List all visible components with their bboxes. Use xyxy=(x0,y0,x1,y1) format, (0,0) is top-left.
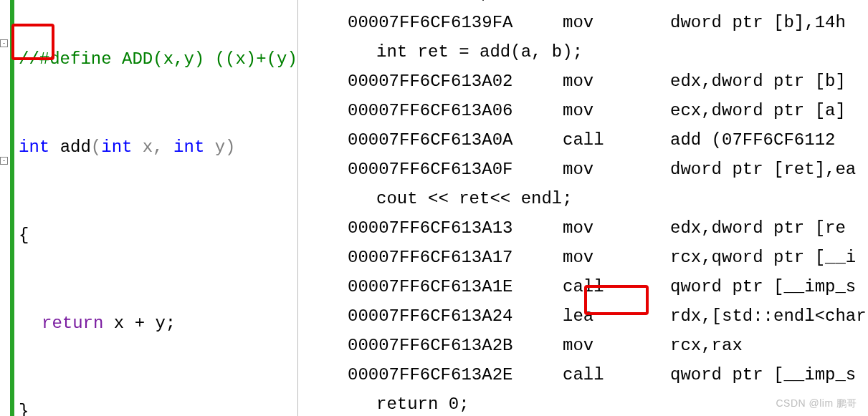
asm-address: 00007FF6CF613A2B xyxy=(348,331,563,360)
asm-operands: add (07FF6CF6112 xyxy=(670,125,835,155)
asm-row: 00007FF6CF613A2Bmovrcx,rax xyxy=(348,331,868,360)
source-editor[interactable]: //#define ADD(x,y) ((x)+(y)) int add(int… xyxy=(0,0,297,416)
asm-operands: rcx,qword ptr [__i xyxy=(670,243,856,272)
asm-operands: rdx,[std::endl<char xyxy=(670,301,867,331)
asm-address: 00007FF6CF613A0A xyxy=(348,125,563,155)
asm-source-line: int ret = add(a, b); xyxy=(348,37,583,67)
asm-row: 00007FF6CF613A06movecx,dword ptr [a] xyxy=(348,96,868,125)
asm-row: 00007FF6CF6139FAmovdword ptr [b],14h xyxy=(348,8,868,37)
asm-row: 00007FF6CF613A1Ecallqword ptr [__imp_s xyxy=(348,272,868,301)
code-text: //#define ADD(x,y) ((x)+(y)) xyxy=(19,49,307,69)
asm-opcode: call xyxy=(563,272,670,301)
code-text: return xyxy=(42,314,103,333)
asm-row: cout << ret<< endl; xyxy=(348,184,868,213)
fold-toggle-icon[interactable] xyxy=(0,157,8,165)
asm-address: 00007FF6CF613A02 xyxy=(348,67,563,96)
asm-address: 00007FF6CF613A2E xyxy=(348,360,563,390)
asm-source-line: return 0; xyxy=(348,390,469,416)
asm-row: 00007FF6CF613A13movedx,dword ptr [re xyxy=(348,213,868,243)
code-text: int xyxy=(173,137,204,157)
asm-opcode: call xyxy=(563,360,670,390)
code-text: add xyxy=(60,137,91,157)
asm-operands: ecx,dword ptr [a] xyxy=(670,96,846,125)
asm-operands: rcx,rax xyxy=(670,331,743,360)
asm-address: 00007FF6CF613A06 xyxy=(348,96,563,125)
asm-opcode: mov xyxy=(563,8,670,37)
asm-operands: qword ptr [__imp_s xyxy=(670,360,856,390)
asm-operands: edx,dword ptr [b] xyxy=(670,67,846,96)
disassembly-view[interactable]: int b = 20;00007FF6CF6139FAmovdword ptr … xyxy=(348,0,868,416)
asm-opcode: call xyxy=(563,125,670,155)
asm-operands: dword ptr [b],14h xyxy=(670,8,846,37)
asm-address: 00007FF6CF613A1E xyxy=(348,272,563,301)
disassembly-listing: int b = 20;00007FF6CF6139FAmovdword ptr … xyxy=(348,0,868,416)
asm-operands: qword ptr [__imp_s xyxy=(670,272,856,301)
asm-row: int ret = add(a, b); xyxy=(348,37,868,67)
asm-operands: edx,dword ptr [re xyxy=(670,213,846,243)
asm-row: int b = 20; xyxy=(348,0,868,8)
code-text: x + y; xyxy=(103,314,176,333)
code-text: ( xyxy=(91,137,101,157)
asm-opcode: mov xyxy=(563,213,670,243)
asm-row: 00007FF6CF613A24leardx,[std::endl<char xyxy=(348,301,868,331)
asm-row: 00007FF6CF613A02movedx,dword ptr [b] xyxy=(348,67,868,96)
fold-toggle-icon[interactable] xyxy=(0,39,8,47)
asm-source-line: int b = 20; xyxy=(348,0,490,8)
asm-address: 00007FF6CF613A24 xyxy=(348,301,563,331)
asm-opcode: mov xyxy=(563,331,670,360)
code-text: y) xyxy=(204,137,235,157)
asm-address: 00007FF6CF6139FA xyxy=(348,8,563,37)
asm-address: 00007FF6CF613A13 xyxy=(348,213,563,243)
editor-gutter xyxy=(0,0,10,416)
code-text: } xyxy=(14,397,297,416)
asm-row: 00007FF6CF613A2Ecallqword ptr [__imp_s xyxy=(348,360,868,390)
code-text: int xyxy=(19,137,49,157)
asm-row: 00007FF6CF613A0Acalladd (07FF6CF6112 xyxy=(348,125,868,155)
source-code: //#define ADD(x,y) ((x)+(y)) int add(int… xyxy=(14,0,297,416)
watermark-text: CSDN @lim 鹏哥 xyxy=(776,397,857,410)
asm-opcode: mov xyxy=(563,96,670,125)
asm-row: 00007FF6CF613A0Fmovdword ptr [ret],ea xyxy=(348,155,868,184)
code-text: { xyxy=(14,221,297,250)
asm-opcode: lea xyxy=(563,301,670,331)
asm-operands: dword ptr [ret],ea xyxy=(670,155,856,184)
pane-divider[interactable] xyxy=(297,0,348,416)
asm-opcode: mov xyxy=(563,155,670,184)
asm-opcode: mov xyxy=(563,67,670,96)
asm-address: 00007FF6CF613A17 xyxy=(348,243,563,272)
code-text: x, xyxy=(132,137,173,157)
code-text: int xyxy=(101,137,132,157)
asm-source-line: cout << ret<< endl; xyxy=(348,184,573,213)
asm-opcode: mov xyxy=(563,243,670,272)
asm-row: 00007FF6CF613A17movrcx,qword ptr [__i xyxy=(348,243,868,272)
asm-address: 00007FF6CF613A0F xyxy=(348,155,563,184)
